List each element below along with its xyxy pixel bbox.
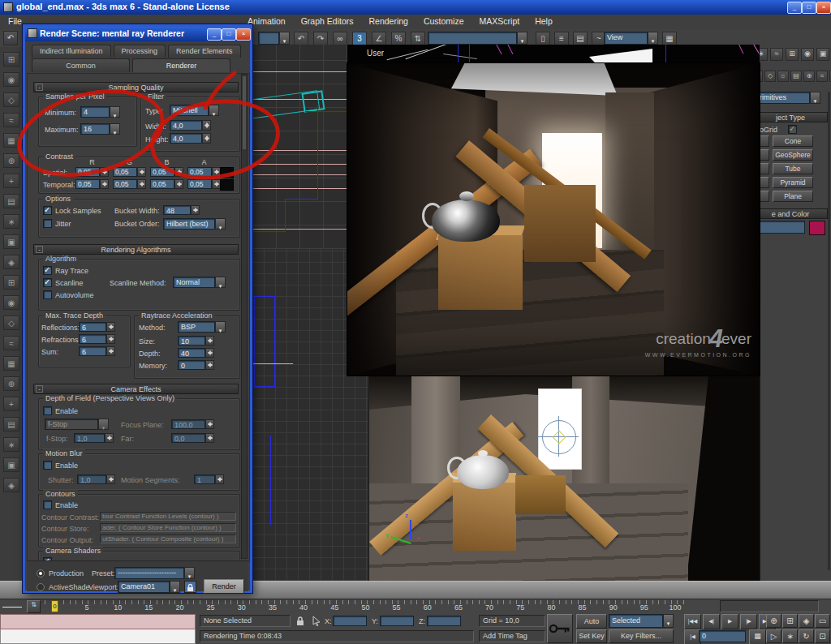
contours-enable-checkbox[interactable]: [43, 500, 52, 509]
size-spinner[interactable]: [205, 336, 214, 346]
view-dropdown-icon[interactable]: [648, 32, 658, 45]
panel-scrollbar[interactable]: [828, 92, 830, 570]
contour-store-button[interactable]: ader. ( Contour Store Function (contour)…: [100, 523, 236, 532]
side-toolbar-icon[interactable]: +: [3, 174, 19, 188]
menu-item[interactable]: Customize: [422, 15, 466, 28]
rendering-algorithms-rollout[interactable]: -Rendering Algorithms: [33, 244, 239, 255]
named-selection-dropdown-icon[interactable]: [517, 32, 527, 45]
view-combo[interactable]: View: [604, 32, 648, 45]
minimum-dropdown-icon[interactable]: [110, 106, 120, 118]
jitter-checkbox[interactable]: [43, 219, 52, 228]
method-combo[interactable]: BSP: [178, 321, 215, 333]
space-warps-icon[interactable]: ≈: [816, 71, 828, 82]
refractions-field[interactable]: 6: [79, 334, 106, 344]
dialog-minimize-button[interactable]: _: [207, 28, 222, 41]
named-selection-combo[interactable]: [428, 32, 517, 45]
side-toolbar-icon[interactable]: ◉: [3, 72, 19, 87]
viewport-lock-icon[interactable]: [184, 581, 196, 593]
play-icon[interactable]: ▶: [721, 614, 738, 629]
temporal-field[interactable]: 0,05: [75, 179, 100, 189]
menu-file[interactable]: File: [6, 15, 24, 28]
focus-plane-spinner[interactable]: [205, 419, 214, 429]
memory-spinner[interactable]: [205, 360, 214, 370]
previous-frame-icon[interactable]: ◀|: [703, 614, 720, 629]
maxscript-mini-listener-white[interactable]: [0, 629, 196, 644]
temporal-field[interactable]: 0,05: [150, 179, 174, 189]
contour-output-button[interactable]: utShader. ( Contour Composite (contour) …: [100, 535, 236, 543]
hierarchy-tab-icon[interactable]: ⊞: [786, 48, 799, 61]
scanline-method-combo[interactable]: Normal: [173, 277, 215, 288]
dialog-close-button[interactable]: ×: [236, 28, 251, 41]
temporal-field[interactable]: 0,05: [113, 179, 137, 189]
dialog-tab[interactable]: Processing: [114, 45, 166, 58]
field-of-view-icon[interactable]: ▷: [766, 629, 781, 643]
cameras-icon[interactable]: ▤: [790, 71, 802, 82]
zoom-extents-all-icon[interactable]: ◈: [799, 614, 814, 628]
viewport-user[interactable]: User: [347, 45, 760, 63]
zoom-all-icon[interactable]: ⊞: [782, 614, 798, 628]
viewport-camera01[interactable]: x y z: [369, 376, 760, 581]
pan-icon[interactable]: ∗: [782, 629, 798, 643]
sum-field[interactable]: 6: [79, 346, 106, 356]
motion-segments-field[interactable]: 1: [194, 474, 215, 484]
side-toolbar-icon[interactable]: ⊕: [3, 153, 19, 168]
set-key-icon[interactable]: [547, 614, 573, 643]
reflections-spinner[interactable]: [106, 322, 115, 332]
primitives-dropdown-icon[interactable]: [810, 92, 820, 104]
motion-segments-spinner[interactable]: [215, 474, 224, 484]
dialog-title-bar[interactable]: Render Scene: mental ray Renderer _ □ ×: [25, 27, 250, 41]
close-button[interactable]: ×: [816, 2, 831, 14]
dof-enable-checkbox[interactable]: [43, 406, 52, 415]
bucket-order-dropdown-icon[interactable]: [215, 218, 226, 230]
viewport-combo[interactable]: Camera01: [118, 581, 170, 593]
sampling-quality-rollout[interactable]: -Sampling Quality: [33, 82, 239, 92]
autovolume-checkbox[interactable]: [43, 290, 52, 299]
ray-trace-checkbox[interactable]: [43, 266, 52, 275]
spatial-field[interactable]: 0,05: [150, 167, 174, 177]
spatial-spinner[interactable]: [174, 167, 183, 177]
dialog-scrollbar[interactable]: [241, 74, 248, 559]
menu-item[interactable]: Graph Editors: [299, 15, 355, 28]
bucket-order-combo[interactable]: Hilbert (best): [163, 218, 215, 230]
side-toolbar-icon[interactable]: ∗: [3, 437, 19, 452]
spatial-field[interactable]: 0,05: [113, 167, 137, 177]
side-toolbar-icon[interactable]: ▤: [3, 194, 19, 208]
time-slider-toggle-icon[interactable]: ⇅: [27, 600, 41, 613]
temporal-color-swatch[interactable]: [220, 179, 234, 191]
side-toolbar-icon[interactable]: ≈: [3, 113, 19, 127]
side-toolbar-icon[interactable]: ◈: [3, 255, 19, 269]
side-toolbar-icon[interactable]: +: [3, 397, 19, 411]
side-toolbar-icon[interactable]: ◉: [3, 295, 19, 310]
spatial-spinner[interactable]: [100, 167, 109, 177]
minimum-combo[interactable]: 4: [80, 106, 110, 118]
x-coordinate-field[interactable]: [333, 616, 367, 626]
side-toolbar-icon[interactable]: ▦: [3, 133, 19, 148]
maximum-dropdown-icon[interactable]: [110, 123, 120, 135]
object-type-button[interactable]: Plane: [773, 191, 813, 202]
temporal-spinner[interactable]: [174, 179, 183, 189]
selection-filter-combo[interactable]: [258, 32, 279, 45]
production-radio[interactable]: [37, 569, 45, 577]
bucket-width-field[interactable]: 48: [163, 205, 191, 215]
dialog-tab[interactable]: Indirect Illumination: [32, 45, 111, 58]
dialog-tab[interactable]: Render Elements: [168, 45, 241, 58]
bucket-width-spinner[interactable]: [191, 205, 200, 215]
helpers-icon[interactable]: ⊕: [803, 71, 815, 82]
filter-type-combo[interactable]: Mitchell: [170, 105, 209, 116]
shutter-spinner[interactable]: [106, 474, 115, 484]
z-coordinate-field[interactable]: [427, 616, 461, 626]
fstop-mode-combo[interactable]: f-Stop: [45, 419, 98, 430]
side-toolbar-icon[interactable]: ◇: [3, 316, 19, 330]
dialog-tab[interactable]: Common: [32, 58, 130, 72]
auto-key-button[interactable]: Auto Key: [576, 614, 607, 629]
activeshade-radio[interactable]: [37, 583, 45, 591]
object-name-field[interactable]: [758, 221, 805, 234]
minimize-button[interactable]: _: [787, 2, 802, 14]
viewport-top-wireframe[interactable]: [252, 45, 347, 249]
motion-blur-enable-checkbox[interactable]: [43, 461, 52, 470]
spatial-field[interactable]: 0,05: [187, 167, 212, 177]
filter-height-field[interactable]: 4,0: [170, 133, 202, 144]
autogrid-checkbox[interactable]: [788, 125, 797, 134]
scanline-method-dropdown-icon[interactable]: [215, 277, 226, 288]
selection-set-combo[interactable]: Selected: [609, 614, 663, 628]
